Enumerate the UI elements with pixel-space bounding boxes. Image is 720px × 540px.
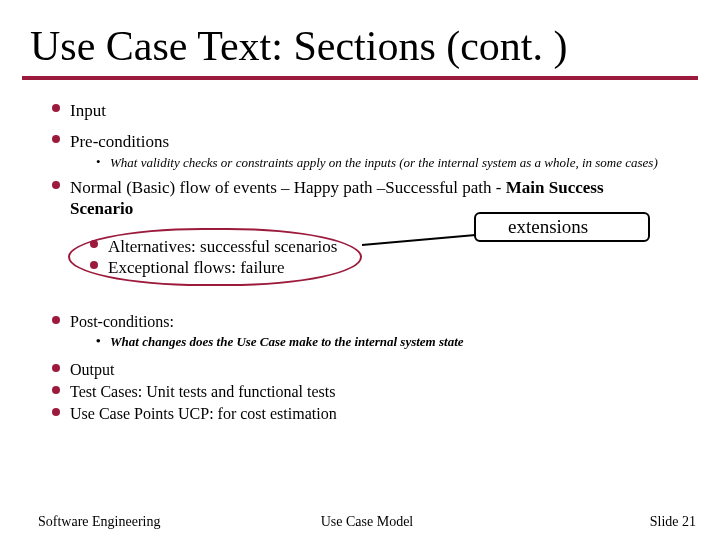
title-underline [22,76,698,80]
item-output: Output [70,361,114,378]
slide-title: Use Case Text: Sections (cont. ) [30,22,568,70]
slide: Use Case Text: Sections (cont. ) Input P… [0,0,720,540]
item-ucp: Use Case Points UCP: for cost estimation [70,405,337,422]
list-item: Pre-conditions [70,131,690,152]
output-block: Output Test Cases: Unit tests and functi… [70,360,690,426]
bullet-icon [90,261,98,269]
extensions-label: extensions [508,216,588,237]
content-area: Input Pre-conditions What validity check… [70,100,690,229]
connector-line [362,234,476,246]
item-tests: Test Cases: Unit tests and functional te… [70,383,336,400]
list-item: Post-conditions: [70,312,690,332]
bullet-icon [52,135,60,143]
bullet-icon [52,316,60,324]
list-item: Exceptional flows: failure [108,257,346,278]
sub-item-preconditions: What validity checks or constraints appl… [110,155,690,171]
footer-center: Use Case Model [38,514,696,530]
extensions-label-box: extensions [474,212,650,242]
bullet-icon [52,104,60,112]
list-item: Test Cases: Unit tests and functional te… [70,382,690,402]
slide-number: 21 [682,514,696,529]
list-item: Input [70,100,690,121]
list-item: Alternatives: successful scenarios [108,236,346,257]
list-item: Use Case Points UCP: for cost estimation [70,404,690,424]
item-normal-flow-prefix: Normal (Basic) flow of events – Happy pa… [70,178,506,197]
item-preconditions: Pre-conditions [70,132,169,151]
item-input: Input [70,101,106,120]
item-alternatives: Alternatives: successful scenarios [108,237,337,256]
bullet-icon [52,364,60,372]
item-exceptional: Exceptional flows: failure [108,258,285,277]
list-item: Output [70,360,690,380]
bullet-icon [52,181,60,189]
sub-item-postconditions: What changes does the Use Case make to t… [110,334,690,350]
item-postconditions: Post-conditions: [70,313,174,330]
footer-right-prefix: Slide [650,514,682,529]
bullet-icon [90,240,98,248]
footer-right: Slide 21 [650,514,696,530]
bullet-icon [52,386,60,394]
bullet-icon [52,408,60,416]
extensions-bubble: Alternatives: successful scenarios Excep… [68,228,362,286]
post-block: Post-conditions: What changes does the U… [70,312,690,356]
